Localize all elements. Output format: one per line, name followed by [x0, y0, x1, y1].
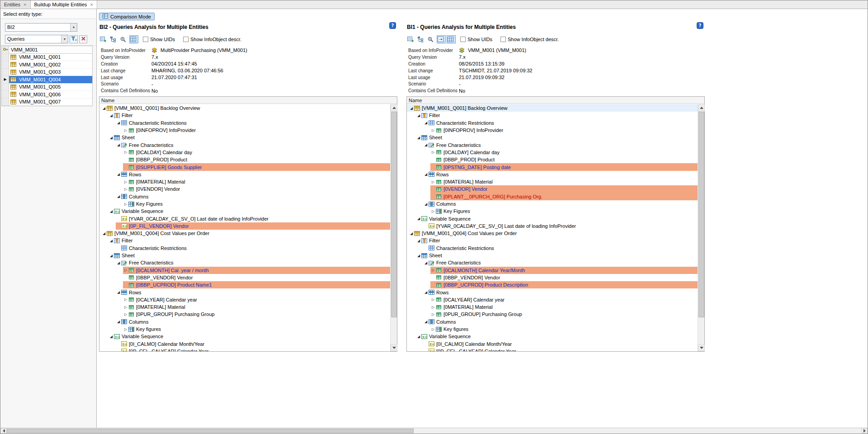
zoom-button[interactable] — [119, 35, 128, 43]
expander-collapsed-icon[interactable]: ▷ — [123, 128, 128, 132]
row-selector[interactable] — [2, 69, 9, 76]
tree-row[interactable]: x=[0P_FIL_VENDOR] Vendor — [99, 222, 390, 230]
expander-expanded-icon[interactable]: ◢ — [108, 254, 114, 258]
expander-expanded-icon[interactable]: ◢ — [108, 239, 114, 243]
expander-collapsed-icon[interactable]: ▷ — [123, 202, 128, 206]
tree-row[interactable]: ▷[0MATERIAL] Material — [99, 303, 390, 311]
checkbox-show-uids[interactable]: Show UIDs — [460, 37, 492, 42]
tree-row[interactable]: ◢x=Variable Sequence — [99, 333, 390, 340]
tree-row[interactable]: [0BBP_UCPROD] Product Name1 — [99, 281, 390, 288]
tree-row[interactable]: ▷Key Figures — [407, 208, 698, 215]
table-add-button[interactable] — [407, 35, 416, 43]
vertical-scrollbar[interactable] — [390, 104, 397, 351]
row-selector[interactable] — [2, 91, 9, 99]
expander-expanded-icon[interactable]: ◢ — [416, 239, 421, 243]
scrollbar-thumb[interactable] — [698, 112, 704, 317]
tree-row[interactable]: ◢Columns — [407, 318, 698, 326]
tree-row[interactable]: ◢Sheet — [407, 134, 698, 141]
checkbox-show-infoobject-descr-[interactable]: Show InfoObject descr. — [500, 37, 559, 42]
expander-expanded-icon[interactable]: ◢ — [416, 136, 421, 140]
entity-type-select[interactable]: BI2 ▼ — [5, 23, 77, 32]
hierarchy-button[interactable] — [109, 35, 118, 43]
tree-row[interactable]: ◢Filter — [99, 112, 390, 119]
expander-expanded-icon[interactable]: ◢ — [416, 217, 421, 221]
expander-collapsed-icon[interactable]: ▷ — [430, 268, 436, 272]
tree-row[interactable]: ▷[0CALMONTH] Cal. year / month — [99, 267, 390, 274]
tree-row[interactable]: ◢[VMM_M001_Q001] Backlog Overview — [99, 104, 390, 112]
chevron-down-icon[interactable]: ▼ — [70, 24, 77, 31]
expander-expanded-icon[interactable]: ◢ — [116, 172, 121, 176]
tree-row[interactable]: ◢Rows — [99, 171, 390, 178]
entity-list-item[interactable]: VMM_M001_Q007 — [2, 99, 92, 106]
tree-row[interactable]: x=[0P_CEL_CALYEAR] Calendar Year — [407, 348, 698, 351]
expander-collapsed-icon[interactable]: ▷ — [123, 150, 128, 154]
scrollbar-thumb[interactable] — [391, 112, 397, 317]
tree-row[interactable]: ◢[VMM_M001_Q004] Cost Values per Order — [99, 230, 390, 237]
tree-row[interactable]: [0BBP_PROD] Product — [407, 156, 698, 163]
tree-row[interactable]: ◢Free Characteristics — [99, 259, 390, 266]
tree-row[interactable]: ◢x=Variable Sequence — [407, 215, 698, 222]
grid-button[interactable] — [129, 35, 138, 43]
tree-row[interactable]: ▷[0CALDAY] Calendar day — [99, 149, 390, 156]
tree-row[interactable]: ◢Columns — [99, 318, 390, 326]
checkbox-show-uids[interactable]: Show UIDs — [143, 37, 175, 42]
vertical-scrollbar[interactable] — [698, 104, 704, 351]
tab-buildup-multiple-entities[interactable]: Buildup Multiple Entities × — [31, 0, 97, 9]
expander-expanded-icon[interactable]: ◢ — [116, 143, 121, 147]
tab-entities[interactable]: Entities × — [0, 0, 31, 9]
tree-row[interactable]: ◢Columns — [407, 200, 698, 208]
chevron-down-icon[interactable]: ▼ — [61, 35, 68, 43]
tree-row[interactable]: ◢Sheet — [407, 252, 698, 259]
object-type-select[interactable]: Queries ▼ — [5, 35, 68, 43]
tree-row[interactable]: x=[0I_CALMO] Calendar Month/Year — [99, 340, 390, 348]
expander-expanded-icon[interactable]: ◢ — [416, 335, 421, 339]
row-selector[interactable] — [2, 99, 9, 106]
tree-row[interactable]: ▷[0MATERIAL] Material — [407, 178, 698, 185]
tree-row[interactable]: x=[0P_CEL_CALYEAR] Calendar Year — [99, 348, 390, 351]
hierarchy-filter-button[interactable] — [70, 35, 78, 43]
expander-collapsed-icon[interactable]: ▷ — [123, 305, 128, 309]
tree-row[interactable]: ◢x=Variable Sequence — [99, 208, 390, 215]
expander-expanded-icon[interactable]: ◢ — [409, 106, 414, 110]
row-selector[interactable] — [2, 84, 9, 91]
tree-row[interactable]: ▷[0PUR_GROUP] Purchasing Group — [407, 311, 698, 318]
grid-button[interactable] — [447, 35, 456, 43]
tree-row[interactable]: ◢Rows — [99, 288, 390, 296]
tree-row[interactable]: ◢x=Variable Sequence — [407, 333, 698, 340]
tree-row[interactable]: x=[YVAR_0CALDAY_CE_SV_O] Last date of lo… — [99, 215, 390, 222]
tree-row[interactable]: [0BBP_VENDOR] Vendor — [407, 274, 698, 281]
entity-list-item[interactable]: VMM_M001_Q003 — [2, 69, 92, 76]
tree-row[interactable]: ◢Free Characteristics — [99, 141, 390, 148]
scroll-up-icon[interactable] — [698, 104, 705, 111]
help-button[interactable]: ? — [696, 22, 703, 29]
close-icon[interactable]: × — [90, 2, 93, 7]
expander-expanded-icon[interactable]: ◢ — [423, 172, 429, 176]
expander-expanded-icon[interactable]: ◢ — [108, 113, 114, 118]
expander-expanded-icon[interactable]: ◢ — [116, 121, 121, 125]
expander-collapsed-icon[interactable]: ▷ — [430, 327, 436, 331]
close-icon[interactable]: × — [24, 2, 26, 7]
scroll-right-icon[interactable] — [861, 428, 868, 434]
entity-list-item[interactable]: VMM_M001_Q001 — [2, 54, 92, 61]
expander-collapsed-icon[interactable]: ▷ — [123, 268, 128, 272]
row-selector[interactable]: ▶ — [2, 76, 9, 84]
expander-expanded-icon[interactable]: ◢ — [416, 113, 421, 118]
entity-list-item[interactable]: ▶VMM_M001_Q004 — [2, 76, 92, 84]
tree-row[interactable]: ▷[0CALMONTH] Calendar Year/Month — [407, 267, 698, 274]
tree-row[interactable]: [0BBP_VENDOR] Vendor — [99, 274, 390, 281]
tree-row[interactable]: ▷[0MATERIAL] Material — [99, 178, 390, 185]
clear-filter-button[interactable] — [79, 35, 87, 43]
expander-expanded-icon[interactable]: ◢ — [423, 261, 429, 265]
tree-row[interactable]: ▷[0VENDOR] Vendor — [99, 185, 390, 193]
row-selector[interactable] — [2, 61, 9, 69]
tree-row[interactable]: [0VENDOR] Vendor — [407, 185, 698, 193]
scroll-up-icon[interactable] — [391, 104, 397, 111]
tree-row[interactable]: ▷Key figures — [407, 326, 698, 333]
tree-row[interactable]: ▷Key Figures — [99, 200, 390, 208]
tree-row[interactable]: ▷[0CALYEAR] Calendar year — [99, 296, 390, 303]
horizontal-scrollbar[interactable] — [0, 428, 868, 434]
tree-row[interactable]: ◢Rows — [407, 288, 698, 296]
row-selector[interactable] — [2, 54, 9, 61]
tree-row[interactable]: ◢Characteristic Restrictions — [99, 119, 390, 127]
tree-row[interactable]: ▷Key figures — [99, 326, 390, 333]
